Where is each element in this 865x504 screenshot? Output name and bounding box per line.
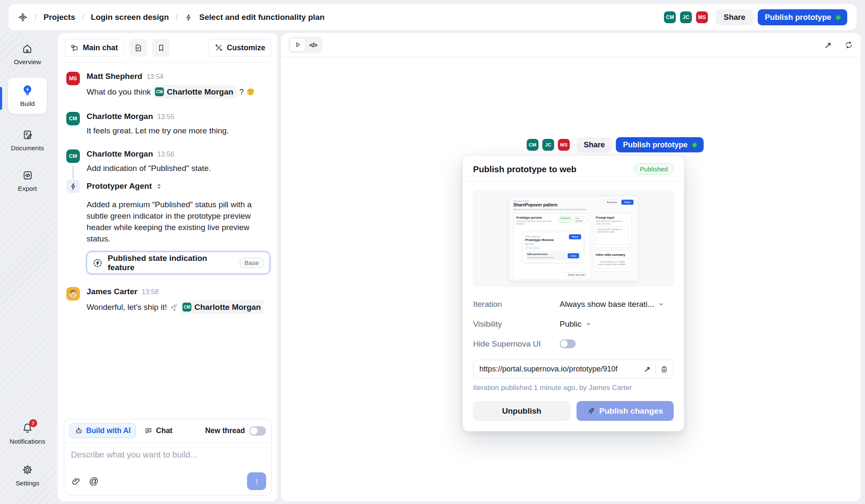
document-edit-icon: [22, 129, 33, 141]
open-url-icon[interactable]: ↗: [644, 365, 650, 373]
new-thread-toggle[interactable]: [249, 426, 266, 436]
code-mode-button[interactable]: </>: [305, 38, 321, 52]
breadcrumb-project-name[interactable]: Login screen design: [91, 13, 169, 22]
breadcrumb-current: Select and edit functionality plan: [199, 13, 325, 22]
home-icon: [22, 43, 33, 54]
prototype-url-field: ↗: [473, 360, 674, 378]
thinking-face-emoji: [246, 87, 255, 96]
bolt-icon: [185, 14, 193, 22]
avatar: JC: [542, 139, 554, 151]
breadcrumb-separator: /: [35, 13, 37, 22]
copy-url-icon[interactable]: [660, 365, 668, 373]
avatar: CM: [527, 139, 539, 151]
message-time: 13:56: [157, 151, 174, 158]
preview-mode-switch: </>: [288, 37, 322, 53]
rocket-emoji: [169, 303, 178, 312]
attachment-icon[interactable]: [71, 477, 81, 486]
bookmark-icon-button[interactable]: [152, 39, 170, 57]
avatar: JC: [680, 11, 692, 23]
main-chat-button[interactable]: Main chat: [64, 39, 124, 57]
code-box-icon: [22, 170, 33, 181]
modal-title: Publish prototype to web: [473, 164, 577, 174]
message-time: 13:55: [157, 113, 174, 121]
tab-build-with-ai[interactable]: Build with AI: [69, 423, 136, 438]
hide-supernova-ui-toggle[interactable]: [560, 339, 576, 348]
supernova-logo-icon[interactable]: [18, 12, 28, 22]
message-text: It feels great. Let me try one more thin…: [87, 125, 229, 136]
message-text: What do you think: [87, 86, 151, 98]
avatar: MS: [66, 72, 80, 85]
app-header: / Projects / Login screen design / Selec…: [8, 4, 857, 30]
play-mode-button[interactable]: [290, 38, 305, 52]
publish-prototype-button[interactable]: Publish prototype: [616, 137, 704, 152]
new-thread-label: New thread: [205, 426, 245, 435]
notification-badge: 7: [29, 419, 37, 427]
send-button[interactable]: ↑: [247, 472, 266, 490]
avatar: MS: [558, 139, 570, 151]
expand-updown-icon[interactable]: [155, 183, 163, 190]
sidebar-item-documents[interactable]: Documents: [11, 129, 44, 152]
publish-meta-text: Iteration published 1 minute ago, by Jam…: [473, 384, 674, 392]
chat-message: MS Matt Shepherd 13:54 What do you think…: [66, 72, 270, 99]
prototype-thumbnail: Prototype builder SharePopover pattern R…: [473, 190, 674, 287]
mention-chip[interactable]: CM Charlotte Morgan: [181, 300, 264, 314]
breadcrumb-separator: /: [176, 13, 178, 22]
tab-chat[interactable]: Chat: [141, 424, 176, 438]
mention-at-icon[interactable]: @: [89, 476, 98, 487]
document-icon-button[interactable]: [129, 39, 147, 57]
published-status-dot: [692, 142, 697, 148]
prototype-inner-header: CM JC MS Share Publish prototype: [527, 137, 704, 152]
avatar: CM: [155, 87, 164, 96]
avatar: MS: [696, 11, 708, 23]
composer-input[interactable]: [64, 443, 271, 469]
chat-message: CM Charlotte Morgan 13:56 Add indication…: [66, 149, 270, 274]
visibility-label: Visibility: [473, 320, 560, 329]
feature-bolt-icon: [92, 258, 103, 268]
share-button[interactable]: Share: [715, 9, 753, 25]
open-in-new-icon[interactable]: ↗: [824, 41, 832, 49]
customize-button[interactable]: Customize: [208, 39, 272, 57]
avatar: CM: [66, 112, 80, 125]
active-indicator: [0, 87, 2, 110]
publish-prototype-button[interactable]: Publish prototype: [758, 9, 847, 25]
iteration-select[interactable]: Always show base iterati...: [560, 300, 664, 309]
message-text: Add indication of "Published" state.: [87, 163, 211, 174]
chat-message: CM Charlotte Morgan 13:55 It feels great…: [66, 112, 270, 136]
message-time: 13:58: [141, 288, 158, 296]
sidebar-item-build[interactable]: Build: [8, 78, 47, 114]
divider: [463, 182, 684, 182]
refresh-icon[interactable]: [844, 41, 853, 49]
feature-card[interactable]: Published state indication feature Base: [87, 252, 270, 274]
publish-modal: Publish prototype to web Published Proto…: [462, 155, 684, 431]
agent-name: Prototyper Agent: [87, 182, 152, 191]
message-author: Charlotte Morgan: [87, 112, 153, 121]
prototyper-agent-icon: [66, 179, 80, 193]
visibility-select[interactable]: Public: [560, 320, 592, 329]
agent-message-text: Added a premium “Published” status pill …: [87, 199, 270, 244]
message-author: James Carter: [87, 287, 137, 296]
message-list: MS Matt Shepherd 13:54 What do you think…: [64, 62, 272, 419]
build-bulb-icon: [21, 84, 34, 97]
divider: [655, 364, 656, 374]
thread-connector: [73, 165, 73, 179]
chat-panel: Main chat Customize MS Matt Shepherd 13:…: [58, 33, 277, 501]
unpublish-button[interactable]: Unpublish: [473, 401, 571, 421]
mention-chip[interactable]: CM Charlotte Morgan: [153, 85, 237, 99]
publish-changes-button[interactable]: Publish changes: [577, 401, 674, 421]
avatar: CM: [664, 11, 676, 23]
gear-icon: [22, 464, 33, 476]
share-button[interactable]: Share: [577, 137, 612, 152]
avatar: CM: [66, 149, 80, 163]
sidebar-item-notifications[interactable]: 7 Notifications: [10, 422, 45, 445]
sidebar-item-settings[interactable]: Settings: [16, 464, 39, 487]
sidebar-item-overview[interactable]: Overview: [14, 43, 41, 66]
message-time: 13:54: [147, 73, 163, 81]
mini-prototype-screenshot: Prototype builder SharePopover pattern R…: [509, 196, 638, 281]
url-input[interactable]: [479, 365, 639, 374]
message-text: ?: [239, 86, 244, 98]
sidebar-item-export[interactable]: Export: [18, 170, 37, 192]
breadcrumb: / Projects / Login screen design / Selec…: [18, 12, 324, 22]
prototype-preview-viewport: CM JC MS Share Publish prototype Publish…: [281, 57, 861, 501]
message-author: Matt Shepherd: [87, 72, 142, 81]
breadcrumb-projects[interactable]: Projects: [44, 13, 75, 22]
